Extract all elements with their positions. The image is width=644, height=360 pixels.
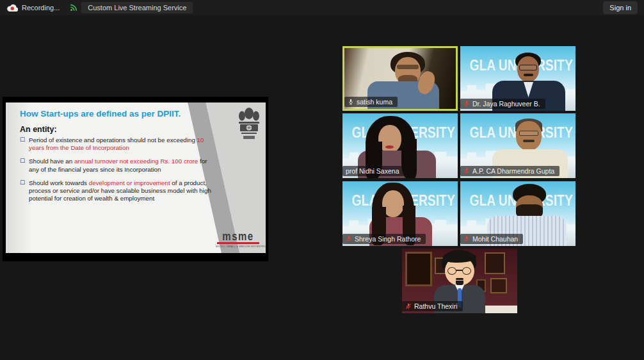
video-tile-jaya-raghuveer[interactable]: GLA UNIVERSITY Dr. Jaya Raghuveer B. — [460, 46, 576, 111]
participant-name-tag: A.P. CA Dharmendra Gupta — [460, 166, 559, 176]
meeting-window: Recording... Custom Live Streaming Servi… — [0, 0, 644, 360]
bullet-checkbox-icon: ☐ — [20, 158, 25, 173]
slide-title: How Start-ups are defined as per DPIIT. — [20, 109, 218, 119]
presentation-slide: How Start-ups are defined as per DPIIT. … — [6, 102, 266, 253]
participant-name-tag: satish kuma — [344, 97, 398, 107]
recording-indicator: Recording... — [6, 4, 60, 12]
video-tile-dharmendra-gupta[interactable]: GLA UNIVERSITY A.P. CA Dharmendra Gupta — [460, 113, 576, 178]
slide-bullet: ☐ Should work towards development or imp… — [20, 179, 213, 203]
emblem-of-india-icon — [236, 106, 262, 145]
bullet-text: Should work towards development or impro… — [29, 179, 213, 203]
recording-label: Recording... — [22, 4, 60, 12]
participant-name: Shreya Singh Rathore — [355, 235, 421, 243]
participant-name: prof Nidhi Saxena — [346, 167, 399, 175]
video-tile-satish-kuma[interactable]: satish kuma — [342, 46, 458, 111]
video-tile-shreya-rathore[interactable]: GLA UNIVERSITY Shreya Singh Rathore — [342, 181, 458, 246]
participant-name: A.P. CA Dharmendra Gupta — [472, 167, 554, 175]
participant-name-tag: Dr. Jaya Raghuveer B. — [460, 99, 545, 109]
mic-muted-icon — [463, 168, 470, 174]
bullet-text: Period of existence and operations shoul… — [29, 136, 213, 152]
mic-muted-icon — [405, 303, 412, 309]
msme-logo-text: msme — [216, 231, 261, 242]
video-tile-mohit-chauhan[interactable]: GLA UNIVERSITY Mohit Chauhan — [460, 181, 576, 246]
top-bar: Recording... Custom Live Streaming Servi… — [0, 0, 644, 15]
msme-logo: msme MICRO, SMALL & MEDIUM ENTERPRISES — [216, 231, 261, 248]
bullet-checkbox-icon: ☐ — [20, 136, 25, 152]
slide-bullet: ☐ Period of existence and operations sho… — [20, 136, 213, 152]
bullet-checkbox-icon: ☐ — [20, 179, 25, 203]
participant-name-tag: prof Nidhi Saxena — [342, 166, 404, 176]
participant-name: Mohit Chauhan — [472, 235, 518, 243]
slide-bullet: ☐ Should have an annual turnover not exc… — [20, 158, 213, 173]
msme-logo-caption: MICRO, SMALL & MEDIUM ENTERPRISES — [216, 245, 261, 248]
mic-muted-icon — [346, 236, 352, 242]
video-tile-rathvu-thexiri[interactable]: Rathvu Thexiri — [402, 249, 517, 313]
slide-heading: An entity: — [20, 125, 218, 134]
cloud-recording-icon — [6, 4, 18, 12]
participant-name-tag: Shreya Singh Rathore — [342, 234, 426, 244]
sign-in-button[interactable]: Sign in — [603, 1, 638, 14]
participant-name: Rathvu Thexiri — [414, 302, 458, 310]
participant-name-tag: Rathvu Thexiri — [402, 301, 463, 311]
mic-muted-icon — [463, 236, 470, 242]
streaming-service-badge: Custom Live Streaming Service — [81, 2, 193, 13]
participant-name-tag: Mohit Chauhan — [460, 234, 523, 244]
mic-muted-icon — [463, 101, 470, 107]
participant-name: satish kuma — [357, 98, 392, 106]
participant-name: Dr. Jaya Raghuveer B. — [472, 100, 540, 108]
shared-screen: How Start-ups are defined as per DPIIT. … — [3, 97, 268, 261]
live-stream-icon — [70, 4, 77, 12]
video-tile-nidhi-saxena[interactable]: GLA UNIVERSITY prof Nidhi Saxena — [342, 113, 458, 178]
bullet-text: Should have an annual turnover not excee… — [29, 158, 213, 173]
mic-icon — [348, 99, 354, 105]
